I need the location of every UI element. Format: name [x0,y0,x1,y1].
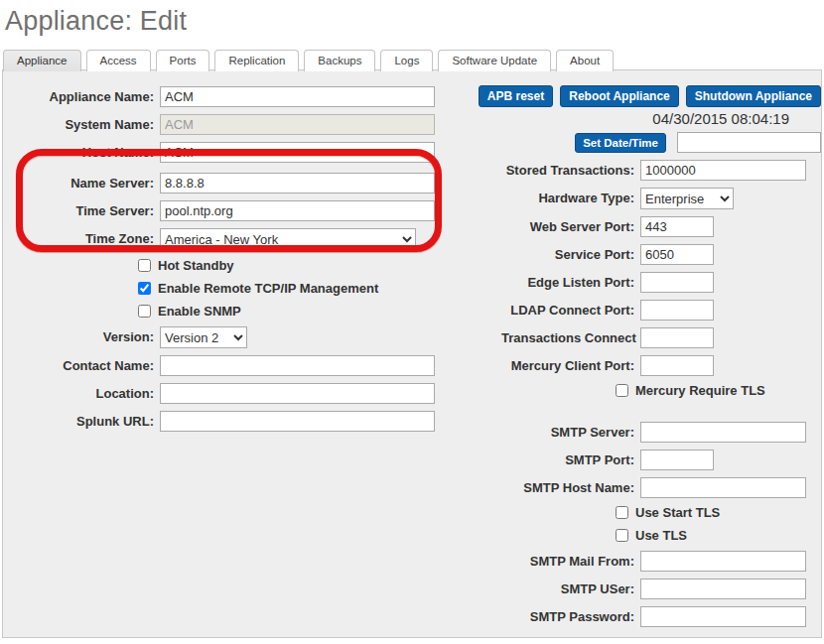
field-smtp-user: SMTP USer: [501,579,821,599]
tab-software-update[interactable]: Software Update [438,50,551,71]
set-datetime-input[interactable] [677,132,821,153]
smtp-user-label: SMTP USer: [501,580,634,599]
splunk-url-input[interactable] [160,411,435,432]
smtp-user-input[interactable] [640,579,806,599]
tab-backups[interactable]: Backups [304,50,375,71]
apb-reset-button[interactable]: APB reset [479,85,553,107]
appliance-name-input[interactable] [160,86,435,107]
right-column: APB reset Reboot Appliance Shutdown Appl… [501,85,821,634]
time-zone-select[interactable]: America - New York [160,228,416,250]
mercury-client-port-input[interactable] [640,355,714,376]
field-enable-snmp: Enable SNMP [138,304,458,319]
use-tls-label: Use TLS [635,528,687,543]
shutdown-appliance-button[interactable]: Shutdown Appliance [686,85,821,107]
service-port-input[interactable] [640,244,714,265]
field-appliance-name: Appliance Name: [13,86,458,107]
field-use-start-tls: Use Start TLS [616,505,821,520]
transactions-connect-port-input[interactable] [640,327,714,348]
field-smtp-server: SMTP Server: [501,422,821,443]
name-server-label: Name Server: [13,174,154,193]
mercury-require-tls-checkbox[interactable] [616,384,628,397]
left-column: Appliance Name: System Name: Host Name: … [13,86,458,439]
tab-ports[interactable]: Ports [156,50,210,71]
smtp-password-input[interactable] [640,606,806,627]
field-use-tls: Use TLS [616,528,821,543]
tab-appliance[interactable]: Appliance [3,50,81,71]
splunk-url-label: Splunk URL: [13,412,154,432]
reboot-appliance-button[interactable]: Reboot Appliance [560,85,679,107]
field-ldap-connect-port: LDAP Connect Port: [501,300,821,321]
field-smtp-host-name: SMTP Host Name: [501,477,821,498]
tab-replication[interactable]: Replication [214,50,299,71]
contact-name-input[interactable] [160,355,435,376]
remote-tcpip-checkbox[interactable] [138,282,151,295]
enable-snmp-checkbox[interactable] [138,305,151,318]
appliance-form-panel: Appliance Name: System Name: Host Name: … [2,69,822,638]
page-title: Appliance: Edit [5,6,187,37]
tab-access[interactable]: Access [86,50,151,71]
field-smtp-port: SMTP Port: [501,450,821,470]
stored-transactions-input[interactable] [640,160,806,181]
edge-listen-port-input[interactable] [640,272,714,293]
host-name-label: Host Name: [13,143,154,163]
tab-logs[interactable]: Logs [380,50,433,71]
enable-snmp-label: Enable SNMP [158,304,241,319]
appliance-action-buttons: APB reset Reboot Appliance Shutdown Appl… [501,85,821,107]
field-stored-transactions: Stored Transactions: [501,160,821,181]
field-hot-standby: Hot Standby [138,258,458,273]
name-server-input[interactable] [160,173,435,193]
use-start-tls-checkbox[interactable] [616,506,628,519]
tab-bar: Appliance Access Ports Replication Backu… [3,47,618,70]
service-port-label: Service Port: [501,245,634,265]
field-remote-tcpip: Enable Remote TCP/IP Management [138,281,458,296]
smtp-port-input[interactable] [640,450,714,470]
smtp-host-name-input[interactable] [640,477,806,498]
field-smtp-mail-from: SMTP Mail From: [501,551,821,572]
hot-standby-checkbox[interactable] [138,259,151,272]
smtp-mail-from-input[interactable] [640,551,806,572]
field-hardware-type: Hardware Type: Enterprise [501,188,821,209]
field-edge-listen-port: Edge Listen Port: [501,272,821,293]
remote-tcpip-label: Enable Remote TCP/IP Management [158,281,378,296]
use-tls-checkbox[interactable] [616,529,628,542]
field-transactions-connect-port: Transactions Connect Port: [501,327,821,348]
host-name-input[interactable] [160,142,435,163]
smtp-server-input[interactable] [640,422,806,443]
appliance-name-label: Appliance Name: [13,87,154,107]
field-set-datetime: Set Date/Time [501,132,821,153]
smtp-password-label: SMTP Password: [501,607,634,627]
mercury-client-port-label: Mercury Client Port: [501,356,634,376]
web-server-port-label: Web Server Port: [501,217,634,237]
field-splunk-url: Splunk URL: [13,411,458,432]
location-input[interactable] [160,383,435,404]
field-time-zone: Time Zone: America - New York [13,228,458,250]
web-server-port-input[interactable] [640,216,714,237]
edge-listen-port-label: Edge Listen Port: [501,273,634,293]
transactions-connect-port-label: Transactions Connect Port: [501,328,634,348]
ldap-connect-port-input[interactable] [640,300,714,321]
smtp-server-label: SMTP Server: [501,423,634,443]
hot-standby-label: Hot Standby [158,258,234,273]
version-label: Version: [13,327,154,347]
set-datetime-button[interactable]: Set Date/Time [575,133,666,153]
field-smtp-password: SMTP Password: [501,606,821,627]
system-name-label: System Name: [13,115,154,135]
time-server-input[interactable] [160,200,435,221]
contact-name-label: Contact Name: [13,356,154,376]
hardware-type-select[interactable]: Enterprise [640,188,734,209]
location-label: Location: [13,384,154,404]
field-service-port: Service Port: [501,244,821,265]
ldap-connect-port-label: LDAP Connect Port: [501,301,634,321]
time-zone-label: Time Zone: [13,229,154,249]
smtp-mail-from-label: SMTP Mail From: [501,552,634,572]
field-mercury-client-port: Mercury Client Port: [501,355,821,376]
field-system-name: System Name: [13,114,458,135]
current-datetime: 04/30/2015 08:04:19 [501,110,821,127]
tab-about[interactable]: About [556,50,614,71]
version-select[interactable]: Version 2 [160,326,247,348]
mercury-require-tls-label: Mercury Require TLS [635,383,765,398]
smtp-port-label: SMTP Port: [501,451,634,470]
field-mercury-require-tls: Mercury Require TLS [616,383,821,398]
use-start-tls-label: Use Start TLS [635,505,720,520]
field-time-server: Time Server: [13,200,458,221]
